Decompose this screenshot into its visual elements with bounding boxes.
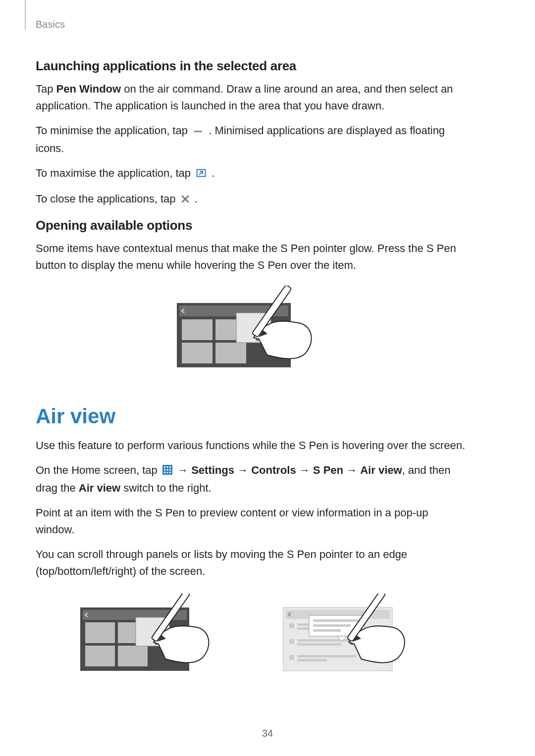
paragraph: On the Home screen, tap → Settings → Con… (36, 462, 467, 497)
illustration-hover-menu (36, 286, 467, 375)
svg-rect-37 (289, 639, 294, 644)
svg-rect-40 (289, 655, 294, 660)
svg-rect-38 (297, 639, 357, 642)
paragraph: To close the applications, tap . (36, 191, 467, 208)
svg-rect-4 (182, 319, 213, 340)
heading-air-view: Air view (36, 404, 467, 428)
paragraph: Some items have contextual menus that ma… (36, 240, 467, 274)
paragraph: To minimise the application, tap . Minim… (36, 122, 467, 157)
svg-rect-21 (169, 472, 171, 473)
page-number: 34 (0, 728, 535, 739)
svg-rect-39 (297, 643, 342, 646)
page-content: Launching applications in the selected a… (36, 50, 467, 680)
heading-launching: Launching applications in the selected a… (36, 58, 467, 74)
paragraph: Use this feature to perform various func… (36, 437, 467, 454)
svg-rect-0 (194, 131, 202, 132)
paragraph: You can scroll through panels or lists b… (36, 546, 467, 580)
svg-rect-41 (297, 655, 357, 657)
svg-rect-44 (313, 619, 361, 622)
svg-rect-7 (182, 343, 213, 363)
apps-grid-icon (162, 463, 172, 480)
paragraph: To maximise the application, tap . (36, 165, 467, 183)
breadcrumb: Basics (36, 19, 65, 30)
svg-rect-20 (166, 472, 168, 473)
svg-rect-13 (164, 466, 165, 468)
svg-rect-28 (118, 646, 148, 666)
svg-rect-34 (289, 623, 294, 628)
svg-rect-17 (166, 469, 168, 470)
minimise-icon (193, 123, 204, 140)
svg-rect-15 (169, 466, 171, 468)
svg-rect-24 (85, 622, 115, 643)
svg-rect-27 (85, 646, 115, 666)
bold-pen-window: Pen Window (56, 83, 121, 95)
svg-rect-16 (164, 469, 165, 470)
svg-rect-14 (166, 466, 168, 468)
paragraph: Tap Pen Window on the air command. Draw … (36, 81, 467, 114)
svg-rect-46 (313, 629, 341, 632)
heading-options: Opening available options (36, 218, 467, 233)
maximise-icon (196, 166, 207, 183)
svg-rect-18 (169, 469, 171, 470)
svg-rect-8 (215, 343, 246, 363)
close-icon (181, 192, 190, 208)
svg-rect-45 (313, 624, 351, 627)
header-divider (25, 0, 26, 30)
svg-rect-42 (297, 659, 327, 661)
svg-rect-19 (164, 472, 165, 473)
paragraph: Point at an item with the S Pen to previ… (36, 504, 467, 538)
illustration-preview-list (278, 594, 427, 680)
illustration-preview-tile (75, 594, 224, 680)
